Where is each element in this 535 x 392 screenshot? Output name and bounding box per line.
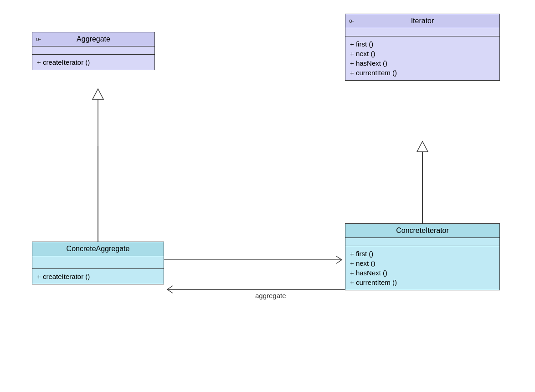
concrete-iterator-methods: + first () + next () + hasNext () + curr… — [345, 246, 499, 290]
concrete-aggregate-header: ConcreteAggregate — [32, 242, 164, 256]
concrete-aggregate-method-1: + createIterator () — [37, 272, 159, 281]
iterator-method-3: + hasNext () — [350, 58, 495, 68]
iterator-class: o- Iterator + first () + next () + hasNe… — [345, 14, 500, 81]
iterator-methods: + first () + next () + hasNext () + curr… — [345, 36, 499, 80]
iterator-attributes — [345, 28, 499, 36]
concrete-iterator-method-1: + first () — [350, 249, 495, 258]
association-ca-to-ci-arrow — [336, 256, 342, 263]
concrete-iterator-class: ConcreteIterator + first () + next () + … — [345, 223, 500, 290]
aggregate-title: Aggregate — [77, 35, 110, 43]
concrete-iterator-method-4: + currentItem () — [350, 278, 495, 287]
aggregate-interface-icon: o- — [36, 36, 41, 42]
iterator-title: Iterator — [411, 17, 434, 25]
aggregate-methods: + createIterator () — [32, 55, 154, 70]
concrete-aggregate-class: ConcreteAggregate + createIterator () — [32, 242, 164, 284]
iterator-method-4: + currentItem () — [350, 68, 495, 77]
aggregate-class: o- Aggregate + createIterator () — [32, 32, 155, 70]
iterator-interface-icon: o- — [349, 18, 354, 24]
concrete-aggregate-methods: + createIterator () — [32, 269, 164, 284]
concrete-iterator-method-2: + next () — [350, 258, 495, 268]
aggregate-header: o- Aggregate — [32, 32, 154, 46]
aggregate-attributes — [32, 46, 154, 55]
iterator-header: o- Iterator — [345, 14, 499, 28]
inheritance-iterator-triangle — [417, 141, 428, 152]
concrete-aggregate-attributes — [32, 256, 164, 269]
concrete-iterator-header: ConcreteIterator — [345, 224, 499, 238]
aggregate-label: aggregate — [255, 292, 286, 299]
iterator-method-2: + next () — [350, 49, 495, 58]
association-ci-to-ca-arrow — [167, 286, 173, 293]
inheritance-aggregate-triangle — [93, 89, 103, 99]
iterator-method-1: + first () — [350, 39, 495, 49]
aggregate-method-1: + createIterator () — [37, 57, 150, 67]
concrete-iterator-method-3: + hasNext () — [350, 268, 495, 278]
concrete-iterator-title: ConcreteIterator — [396, 227, 449, 234]
concrete-iterator-attributes — [345, 238, 499, 246]
concrete-aggregate-title: ConcreteAggregate — [67, 245, 130, 253]
